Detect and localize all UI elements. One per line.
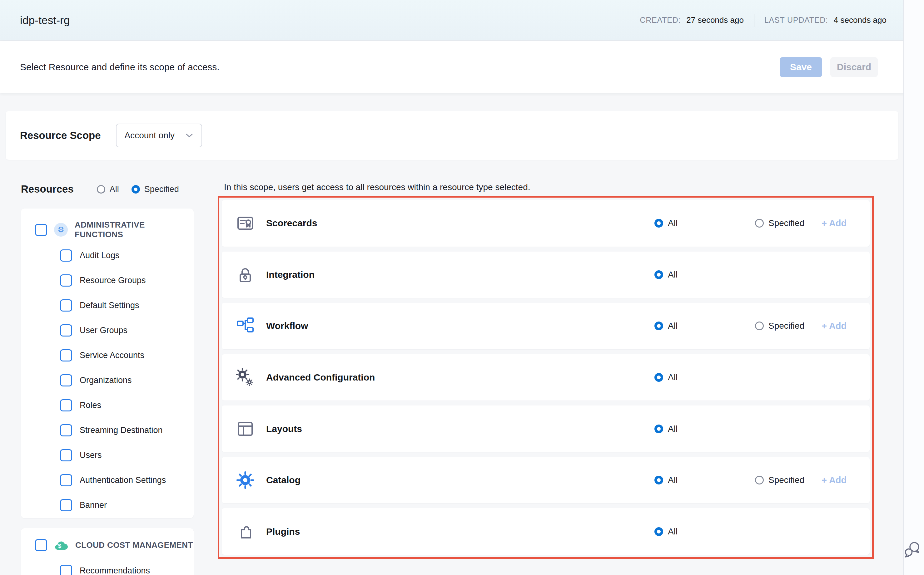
add-resources-link[interactable]: + Add: [822, 475, 846, 485]
page-title: idp-test-rg: [20, 14, 70, 27]
item-label: Resource Groups: [80, 276, 146, 285]
cloud-dollar-icon: $: [54, 539, 69, 551]
svg-text:$: $: [58, 543, 62, 549]
header-meta: CREATED: 27 seconds ago LAST UPDATED: 4 …: [640, 14, 887, 27]
add-resources-link[interactable]: + Add: [822, 218, 846, 229]
item-checkbox[interactable]: [60, 275, 72, 287]
group-checkbox[interactable]: [35, 224, 47, 236]
resources-title: Resources: [21, 183, 74, 195]
item-label: Authentication Settings: [80, 475, 166, 485]
created-label: CREATED:: [640, 16, 681, 25]
item-checkbox[interactable]: [60, 299, 72, 311]
radio-all-icon[interactable]: [97, 185, 105, 194]
resource-row-plugins: Plugins All Specified + Add: [222, 508, 870, 555]
row-radio-all[interactable]: All: [655, 321, 677, 331]
resource-scope-card: Resource Scope Account only: [6, 111, 899, 160]
resource-row-workflow: Workflow All Specified + Add: [222, 303, 870, 349]
resource-row-catalog: Catalog All Specified + Add: [222, 457, 870, 504]
item-checkbox[interactable]: [60, 424, 72, 437]
resource-row-label: Integration: [266, 269, 315, 280]
item-label: Roles: [80, 400, 101, 410]
resource-row-layouts: Layouts All Specified + Add: [222, 405, 870, 452]
resource-scope-value: Account only: [125, 130, 175, 140]
sidebar-item-default-settings: Default Settings: [21, 293, 194, 318]
chevron-down-icon: [185, 133, 193, 138]
sidebar-group-cloud-cost-management: $ CLOUD COST MANAGEMENT Recommendations: [21, 528, 194, 575]
item-label: Users: [80, 450, 102, 460]
group-label: ADMINISTRATIVE FUNCTIONS: [75, 220, 194, 240]
item-checkbox[interactable]: [60, 474, 72, 486]
item-label: Default Settings: [80, 300, 139, 310]
resource-row-label: Plugins: [266, 526, 300, 537]
row-radio-all[interactable]: All: [655, 424, 677, 434]
item-checkbox[interactable]: [60, 324, 72, 337]
save-button[interactable]: Save: [780, 57, 822, 77]
resource-type-list-highlight: Scorecards All Specified + Add Integrati…: [218, 196, 874, 559]
resources-radio-all[interactable]: All: [97, 184, 119, 194]
resource-scope-label: Resource Scope: [20, 130, 101, 141]
scorecard-icon: [236, 214, 254, 232]
sidebar-item-users: Users: [21, 443, 194, 468]
row-radio-all[interactable]: All: [655, 270, 677, 280]
gear-icon: [236, 471, 254, 489]
item-label: Service Accounts: [80, 351, 144, 360]
item-label: User Groups: [80, 326, 127, 335]
item-checkbox[interactable]: [60, 499, 72, 511]
sidebar-item-organizations: Organizations: [21, 368, 194, 393]
scroll-gutter: [903, 0, 924, 575]
item-checkbox[interactable]: [60, 565, 72, 575]
item-label: Audit Logs: [80, 251, 119, 260]
group-header-cloud-cost-management: $ CLOUD COST MANAGEMENT: [21, 532, 194, 558]
item-label: Organizations: [80, 375, 132, 385]
admin-gear-icon: ⚙: [54, 223, 68, 237]
page-header: idp-test-rg CREATED: 27 seconds ago LAST…: [0, 0, 924, 41]
item-checkbox[interactable]: [60, 249, 72, 262]
sidebar-item-authentication-settings: Authentication Settings: [21, 468, 194, 492]
resource-scope-dropdown[interactable]: Account only: [116, 124, 202, 147]
layout-icon: [236, 420, 254, 438]
scope-description: In this scope, users get access to all r…: [224, 182, 530, 192]
item-checkbox[interactable]: [60, 349, 72, 362]
puzzle-icon: [236, 523, 254, 541]
sidebar-item-audit-logs: Audit Logs: [21, 243, 194, 268]
row-radio-all[interactable]: All: [655, 218, 677, 228]
chat-support-icon[interactable]: [904, 541, 921, 558]
toolbar-actions: Save Discard: [780, 57, 878, 77]
resource-row-integration: Integration All Specified + Add: [222, 252, 870, 298]
sidebar-item-banner: Banner: [21, 492, 194, 518]
sidebar-item-roles: Roles: [21, 393, 194, 418]
discard-button[interactable]: Discard: [830, 57, 878, 77]
group-label: CLOUD COST MANAGEMENT: [75, 540, 193, 550]
sidebar-item-user-groups: User Groups: [21, 318, 194, 343]
row-radio-all[interactable]: All: [655, 372, 677, 383]
updated-value: 4 seconds ago: [834, 15, 887, 25]
resources-radio-specified[interactable]: Specified: [132, 184, 179, 194]
resource-row-label: Catalog: [266, 475, 301, 485]
updated-label: LAST UPDATED:: [765, 16, 828, 25]
row-radio-all[interactable]: All: [655, 527, 677, 537]
item-checkbox[interactable]: [60, 449, 72, 461]
row-radio-specified[interactable]: Specified: [755, 475, 805, 485]
group-checkbox[interactable]: [35, 539, 47, 551]
sidebar-item-resource-groups: Resource Groups: [21, 268, 194, 293]
sidebar-group-administrative-functions: ⚙ ADMINISTRATIVE FUNCTIONS Audit Logs Re…: [21, 208, 194, 518]
item-label: Recommendations: [80, 566, 150, 575]
scope-toolbar: Select Resource and define its scope of …: [0, 41, 924, 93]
resource-row-label: Workflow: [266, 321, 308, 331]
gears-icon: [236, 369, 254, 386]
resource-row-scorecards: Scorecards All Specified + Add: [222, 200, 870, 246]
sidebar-item-service-accounts: Service Accounts: [21, 343, 194, 368]
item-checkbox[interactable]: [60, 374, 72, 386]
group-header-administrative-functions: ⚙ ADMINISTRATIVE FUNCTIONS: [21, 217, 194, 243]
radio-all-label: All: [110, 184, 119, 194]
row-radio-specified[interactable]: Specified: [755, 218, 805, 228]
row-radio-specified[interactable]: Specified: [755, 321, 805, 331]
resource-group-page: idp-test-rg CREATED: 27 seconds ago LAST…: [0, 0, 924, 575]
created-value: 27 seconds ago: [686, 15, 744, 25]
row-radio-all[interactable]: All: [655, 475, 677, 485]
resource-row-advanced-configuration: Advanced Configuration All Specified + A…: [222, 354, 870, 401]
radio-specified-label: Specified: [144, 184, 179, 194]
add-resources-link[interactable]: + Add: [822, 321, 846, 331]
radio-specified-icon[interactable]: [132, 185, 140, 194]
item-checkbox[interactable]: [60, 399, 72, 411]
